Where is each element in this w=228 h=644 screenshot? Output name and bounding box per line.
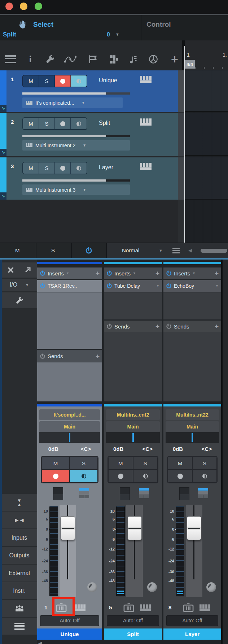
monitor-button[interactable] [192, 470, 217, 483]
pan-knob[interactable] [87, 582, 97, 592]
record-arm-button[interactable] [55, 118, 71, 129]
record-arm-button[interactable] [108, 470, 133, 483]
volume-value[interactable]: 0dB [163, 444, 192, 454]
mute-button[interactable]: M [23, 75, 39, 87]
mute-button[interactable]: M [23, 162, 39, 174]
automation-toggle[interactable]: ∿ [0, 192, 6, 200]
solo-button[interactable]: S [133, 457, 158, 470]
add-track-icon[interactable]: + [168, 53, 181, 65]
grid-row[interactable] [185, 157, 228, 200]
timeline-ruler[interactable]: 1 1. 4/4 [185, 40, 228, 70]
monitor-button[interactable] [71, 75, 87, 87]
mute-button[interactable]: M [41, 457, 70, 470]
keyboard-icon[interactable] [75, 604, 86, 611]
grid-row[interactable] [185, 113, 228, 156]
track-volume-slider[interactable] [22, 179, 130, 182]
fader-handle[interactable] [187, 516, 201, 540]
groups-button[interactable] [2, 600, 37, 617]
solo-all-button[interactable]: S [51, 247, 55, 253]
record-arm-button[interactable] [55, 75, 71, 87]
arrange-grid[interactable] [185, 70, 228, 243]
power-icon[interactable] [166, 323, 172, 329]
automation-icon[interactable] [64, 53, 77, 65]
instrument-selector[interactable]: Multi Instrument 3 ▼ [22, 184, 130, 195]
add-send-button[interactable]: + [155, 323, 159, 330]
chevron-down-icon[interactable]: ▼ [66, 271, 69, 275]
monitor-button[interactable] [133, 470, 158, 483]
output-routing[interactable]: Main [106, 421, 160, 432]
solo-button[interactable]: S [192, 457, 217, 470]
automation-mode-button[interactable]: Auto: Off [40, 615, 99, 626]
time-signature-badge[interactable]: 4/4 [185, 60, 195, 69]
insert-slot[interactable]: EchoBoy ▼ [163, 280, 221, 292]
automation-mode-button[interactable]: Auto: Off [166, 615, 218, 626]
pan-knob[interactable] [206, 582, 216, 592]
chevron-down-icon[interactable]: ▼ [192, 271, 196, 275]
insert-slot[interactable]: Tube Delay ▼ [104, 280, 162, 292]
pan-control[interactable] [166, 432, 219, 443]
select-tool-label[interactable]: Select [33, 21, 53, 29]
chevron-down-icon[interactable]: ▼ [156, 284, 159, 288]
channel-editor-button[interactable] [2, 292, 37, 308]
keyboard-icon[interactable] [200, 604, 210, 611]
io-selector[interactable]: I/O ▼ [2, 279, 37, 291]
external-button[interactable]: External [2, 565, 37, 582]
horizontal-scrollbar[interactable] [201, 249, 227, 253]
track-name[interactable]: Unique [99, 77, 117, 84]
mini-fader-icon[interactable] [139, 488, 149, 500]
close-window-button[interactable] [5, 3, 13, 10]
instruments-button[interactable]: Instr. [2, 582, 37, 599]
power-icon[interactable] [40, 283, 45, 289]
monitor-button[interactable] [71, 162, 87, 174]
monitor-button[interactable] [70, 470, 98, 483]
hand-tool-icon[interactable] [18, 20, 27, 29]
detach-arrow-icon[interactable] [25, 267, 31, 273]
power-icon[interactable] [85, 247, 92, 254]
scroll-left-icon[interactable]: ◀ [38, 640, 42, 644]
power-icon[interactable] [106, 323, 112, 329]
mini-fader-icon[interactable] [198, 488, 208, 500]
instrument-selector[interactable]: It's complicated... ▼ [22, 97, 123, 108]
record-arm-button[interactable] [41, 470, 70, 483]
power-icon[interactable] [106, 270, 112, 276]
sends-area[interactable] [163, 332, 221, 401]
chevron-down-icon[interactable]: ▼ [133, 271, 136, 275]
solo-button[interactable]: S [70, 457, 98, 470]
power-icon[interactable] [166, 270, 172, 276]
outputs-button[interactable]: Outputs [2, 547, 37, 564]
narrow-channels-button[interactable]: ▶◀ [2, 512, 37, 528]
paint-grid-icon[interactable] [108, 53, 120, 65]
insert-slot[interactable]: TSAR-1Rev.. [37, 280, 102, 292]
chevron-down-icon[interactable]: ▼ [215, 284, 219, 288]
channel-name-bar[interactable]: Unique [37, 628, 102, 640]
record-arm-button[interactable] [168, 470, 192, 483]
tempo-clock-icon[interactable] [147, 53, 160, 65]
fader-handle[interactable] [127, 516, 142, 540]
sends-area[interactable] [37, 362, 102, 401]
track-color-strip[interactable] [0, 113, 6, 149]
fader-handle[interactable] [61, 516, 75, 540]
power-icon[interactable] [106, 283, 112, 289]
pan-control[interactable] [106, 432, 160, 443]
chevron-down-icon[interactable]: ▼ [83, 143, 86, 147]
power-icon[interactable] [40, 353, 45, 359]
track-name[interactable]: Layer [99, 164, 113, 171]
instrument-selector[interactable]: Multi Instrument 2 ▼ [22, 140, 130, 151]
track-resize-strip[interactable] [178, 70, 185, 243]
keyboard-icon[interactable] [140, 604, 151, 611]
volume-value[interactable]: 0dB [37, 444, 70, 454]
chevron-down-icon[interactable]: ▼ [159, 248, 163, 253]
inspector-icon[interactable]: i [24, 53, 37, 65]
collapse-vertical-button[interactable]: ▼▲ [2, 494, 37, 511]
track-header-unique[interactable]: ∿ 1 M S Unique It's complicated... ▼ [0, 70, 178, 112]
pan-value[interactable]: <C> [192, 444, 221, 454]
power-icon[interactable] [166, 283, 172, 289]
track-list-icon[interactable] [4, 53, 17, 65]
chevron-down-icon[interactable]: ▼ [115, 32, 119, 36]
power-icon[interactable] [40, 270, 45, 276]
mini-fader-icon[interactable] [79, 488, 89, 500]
pan-value[interactable]: <C> [133, 444, 162, 454]
add-insert-button[interactable]: + [96, 270, 100, 277]
solo-button[interactable]: S [39, 75, 55, 87]
chevron-down-icon[interactable]: ▼ [82, 101, 85, 105]
